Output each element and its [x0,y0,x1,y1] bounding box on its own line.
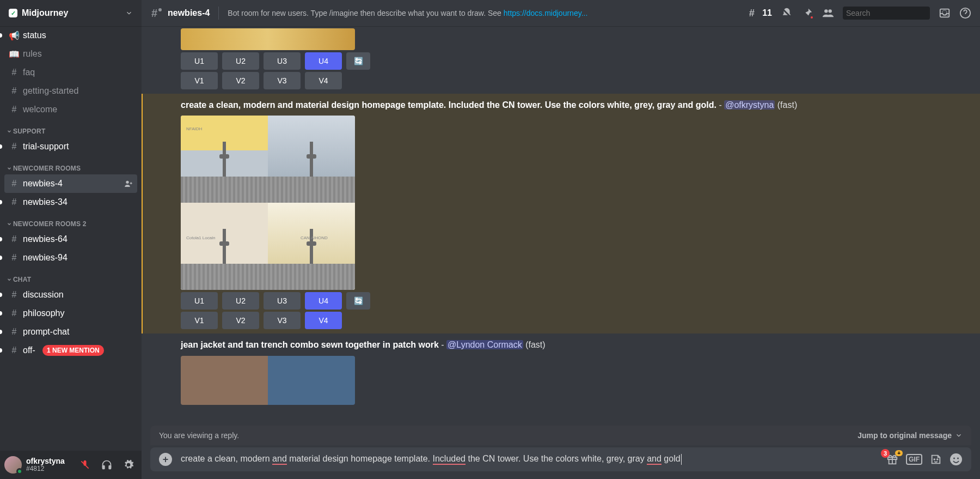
channel-newbies-64[interactable]: # newbies-64 [4,230,137,248]
category-chat[interactable]: CHAT [4,267,137,286]
channel-newbies-4[interactable]: # newbies-4 [4,174,137,193]
channel-newbies-34[interactable]: # newbies-34 [4,193,137,211]
category-newcomer-rooms[interactable]: NEWCOMER ROOMS [4,156,137,174]
reroll-icon: 🔄 [354,57,363,65]
reroll-icon: 🔄 [354,296,363,305]
channel-discussion[interactable]: # discussion [4,286,137,304]
verified-badge-icon: ✓ [9,9,17,17]
message-input[interactable]: + create a clean, modern and material de… [150,447,971,471]
category-support[interactable]: SUPPORT [4,119,137,137]
hash-icon: # [9,290,20,300]
image-attachment[interactable] [181,356,355,405]
message: U1 U2 U3 U4 🔄 V1 V2 V3 V4 [142,28,980,94]
headphones-icon[interactable] [98,456,115,474]
upscale-3-button[interactable]: U3 [264,52,301,70]
variation-4-button[interactable]: V4 [305,72,342,89]
hash-icon: # [9,327,20,337]
hash-lock-icon: # [9,234,20,244]
notifications-icon[interactable] [781,7,793,19]
gear-icon[interactable] [120,456,137,474]
user-info[interactable]: ofkrystyna #4812 [26,457,76,473]
image-attachment[interactable] [181,28,355,50]
channel-faq[interactable]: # faq [4,63,137,82]
upscale-4-button[interactable]: U4 [305,52,342,70]
book-icon: 📖 [9,49,20,59]
search-input[interactable] [846,9,941,17]
channel-list[interactable]: 📢 status 📖 rules # faq # getting-started… [0,26,142,451]
upscale-1-button[interactable]: U1 [181,292,218,310]
reroll-button[interactable]: 🔄 [346,292,370,310]
message-list[interactable]: U1 U2 U3 U4 🔄 V1 V2 V3 V4 create a clean… [142,26,980,479]
hash-lock-icon: # [9,253,20,263]
gift-button[interactable]: + 3 [886,453,898,465]
hash-icon: # [9,142,20,151]
upscale-1-button[interactable]: U1 [181,52,218,70]
image-attachment[interactable]: NFAIDH Cotola1 Localn CAN AIHOND [181,116,355,290]
upscale-4-button[interactable]: U4 [305,292,342,310]
channel-topic[interactable]: Bot room for new users. Type /imagine th… [228,9,739,17]
upscale-3-button[interactable]: U3 [264,292,301,310]
variation-2-button[interactable]: V2 [222,72,259,89]
help-icon[interactable] [959,7,971,19]
variation-3-button[interactable]: V3 [264,72,301,89]
variation-2-button[interactable]: V2 [222,312,259,329]
avatar[interactable] [4,456,22,474]
sticker-button[interactable] [930,453,942,465]
channel-prompt-chat[interactable]: # prompt-chat [4,323,137,341]
hash-lock-icon: # [9,197,20,207]
category-newcomer-rooms-2[interactable]: NEWCOMER ROOMS 2 [4,211,137,230]
search-box[interactable] [843,7,930,20]
topic-link[interactable]: https://docs.midjourney... [504,9,588,17]
upscale-2-button[interactable]: U2 [222,52,259,70]
reply-bar-text: You are viewing a reply. [159,431,239,440]
channel-status[interactable]: 📢 status [4,26,137,45]
hash-lock-icon: # [150,7,163,20]
channel-trial-support[interactable]: # trial-support [4,137,137,156]
user-mention[interactable]: @ofkrystyna [724,100,775,110]
server-header[interactable]: ✓ Midjourney [0,0,142,26]
svg-point-14 [934,459,935,460]
user-mention[interactable]: @Lyndon Cormack [446,340,523,349]
members-icon[interactable] [822,7,834,19]
main-content: # newbies-4 Bot room for new users. Type… [142,0,980,479]
divider [218,7,219,20]
channel-off-topic[interactable]: # off- 1 NEW MENTION [4,341,137,360]
message: jean jacket and tan trench combo sewn to… [142,334,980,409]
svg-text:#: # [151,7,157,19]
variation-1-button[interactable]: V1 [181,72,218,89]
attach-button[interactable]: + [159,453,172,466]
message-input-text[interactable]: create a clean, modern and material desi… [181,454,880,465]
channel-welcome[interactable]: # welcome [4,100,137,119]
jump-to-original-button[interactable]: Jump to original message [857,431,963,440]
variation-4-button[interactable]: V4 [305,312,342,329]
hash-lock-icon: # [9,179,20,189]
hash-icon: # [9,86,20,96]
speaker-icon: 📢 [9,31,20,41]
notification-dot-icon [810,15,814,20]
user-panel: ofkrystyna #4812 [0,451,142,479]
channel-newbies-94[interactable]: # newbies-94 [4,248,137,267]
svg-point-7 [828,9,831,13]
variation-3-button[interactable]: V3 [264,312,301,329]
reply-bar: You are viewing a reply. Jump to origina… [150,426,971,445]
message-text: create a clean, modern and material desi… [181,96,971,113]
upscale-2-button[interactable]: U2 [222,292,259,310]
channel-philosophy[interactable]: # philosophy [4,304,137,323]
mic-muted-icon[interactable] [76,456,94,474]
message-highlighted: create a clean, modern and material desi… [142,94,980,334]
reroll-button[interactable]: 🔄 [346,52,370,70]
gif-button[interactable]: GIF [906,454,922,465]
button-row: V1 V2 V3 V4 [181,72,971,89]
pinned-icon[interactable] [801,7,813,19]
threads-button[interactable]: # 11 [748,7,772,19]
svg-text:#: # [749,7,755,19]
message-text: jean jacket and tan trench combo sewn to… [181,336,971,353]
inbox-icon[interactable] [939,7,951,19]
svg-point-15 [937,459,938,460]
channel-getting-started[interactable]: # getting-started [4,82,137,100]
add-user-icon[interactable] [124,179,133,188]
channel-rules[interactable]: 📖 rules [4,45,137,63]
emoji-button[interactable] [950,453,963,466]
variation-1-button[interactable]: V1 [181,312,218,329]
mention-badge[interactable]: 1 NEW MENTION [42,345,104,356]
